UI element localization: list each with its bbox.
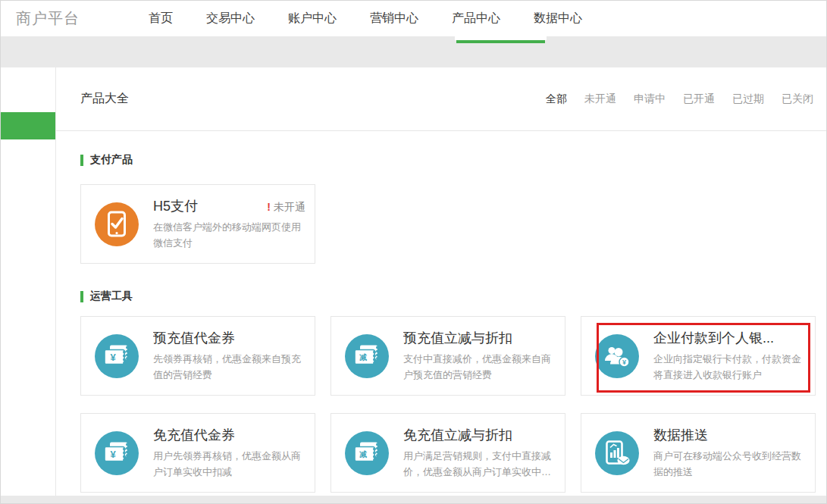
nav-menu: 首页 交易中心 账户中心 营销中心 产品中心 数据中心 xyxy=(132,1,599,36)
product-card-h5-pay[interactable]: H5支付 !未开通 在微信客户端外的移动端网页使用微信支付 xyxy=(80,184,315,264)
status-badge: !未开通 xyxy=(267,201,305,214)
active-tab-underline xyxy=(456,40,545,43)
card-title: 免充值代金券 xyxy=(153,426,305,444)
filter-applying[interactable]: 申请中 xyxy=(634,92,666,106)
h5-pay-icon xyxy=(95,202,139,246)
card-description: 企业向指定银行卡付款，付款资金将直接进入收款银行账户 xyxy=(653,351,806,383)
product-card-free-voucher[interactable]: ¥ 免充值代金券 用户先领券再核销，优惠金额从商户订单实收中扣减 xyxy=(80,413,315,493)
filter-opened[interactable]: 已开通 xyxy=(683,92,715,106)
filter-all[interactable]: 全部 xyxy=(546,92,567,106)
bank-transfer-icon: ¥ xyxy=(595,334,639,378)
svg-text:¥: ¥ xyxy=(110,449,116,460)
card-title: 预充值立减与折扣 xyxy=(403,329,556,347)
filter-not-opened[interactable]: 未开通 xyxy=(584,92,616,106)
sidebar-active-item[interactable] xyxy=(1,112,55,139)
filter-expired[interactable]: 已过期 xyxy=(732,92,764,106)
svg-text:减: 减 xyxy=(359,353,367,362)
nav-item-marketing-center[interactable]: 营销中心 xyxy=(353,1,435,36)
card-title: 数据推送 xyxy=(653,426,806,444)
brand-logo[interactable]: 商户平台 xyxy=(16,1,80,36)
product-card-prepaid-voucher[interactable]: ¥ 预充值代金券 先领券再核销，优惠金额来自预充值的营销经费 xyxy=(80,316,315,396)
voucher-icon: ¥ xyxy=(95,431,139,475)
section-marker xyxy=(80,155,83,166)
product-card-prepaid-discount[interactable]: 减 预充值立减与折扣 支付中直接减价，优惠金额来自商户预充值的营销经费 xyxy=(330,316,565,396)
merchant-platform-page: 商户平台 首页 交易中心 账户中心 营销中心 产品中心 数据中心 产品大全 全部… xyxy=(0,0,827,504)
svg-text:¥: ¥ xyxy=(622,358,626,366)
product-card-free-discount[interactable]: 减 免充值立减与折扣 用户满足营销规则，支付中直接减价，优惠金额从商户订单实收中… xyxy=(330,413,565,493)
svg-text:¥: ¥ xyxy=(110,352,116,363)
data-push-icon xyxy=(595,431,639,475)
section-payment-products: 支付产品 xyxy=(80,153,826,167)
section-operation-tools: 运营工具 xyxy=(80,290,826,303)
discount-voucher-icon: 减 xyxy=(345,431,389,475)
section-title: 支付产品 xyxy=(90,153,133,167)
card-description: 在微信客户端外的移动端网页使用微信支付 xyxy=(153,219,305,251)
section-marker xyxy=(80,291,83,302)
page-header: 产品大全 全部 未开通 申请中 已开通 已过期 已关闭 xyxy=(56,67,826,131)
product-card-enterprise-payment-to-bank-card[interactable]: ¥ 企业付款到个人银... 企业向指定银行卡付款，付款资金将直接进入收款银行账户 xyxy=(581,316,816,396)
card-description: 用户满足营销规则，支付中直接减价，优惠金额从商户订单实收中扣减 xyxy=(403,448,556,480)
voucher-icon: ¥ xyxy=(95,334,139,378)
card-description: 商户可在移动端公众号收到经营数据的推送 xyxy=(653,448,806,480)
status-filters: 全部 未开通 申请中 已开通 已过期 已关闭 xyxy=(546,92,813,106)
top-navigation: 商户平台 首页 交易中心 账户中心 营销中心 产品中心 数据中心 xyxy=(1,1,826,37)
card-title: 免充值立减与折扣 xyxy=(403,426,556,444)
card-description: 先领券再核销，优惠金额来自预充值的营销经费 xyxy=(153,351,305,383)
main-content: 产品大全 全部 未开通 申请中 已开通 已过期 已关闭 支付产品 xyxy=(56,67,826,496)
card-description: 用户先领券再核销，优惠金额从商户订单实收中扣减 xyxy=(153,448,305,480)
card-title: 预充值代金券 xyxy=(153,329,305,347)
product-grid: ¥ 预充值代金券 先领券再核销，优惠金额来自预充值的营销经费 xyxy=(80,316,826,493)
page-title: 产品大全 xyxy=(80,91,129,107)
card-description: 支付中直接减价，优惠金额来自商户预充值的营销经费 xyxy=(403,351,556,383)
sub-header-strip xyxy=(1,37,826,67)
svg-text:减: 减 xyxy=(359,450,367,459)
exclamation-icon: ! xyxy=(267,201,271,213)
card-title: H5支付 xyxy=(153,197,198,215)
left-sidebar xyxy=(1,67,56,496)
section-title: 运营工具 xyxy=(90,290,133,303)
nav-item-trade-center[interactable]: 交易中心 xyxy=(190,1,271,36)
discount-voucher-icon: 减 xyxy=(345,334,389,378)
nav-item-product-center[interactable]: 产品中心 xyxy=(435,1,517,36)
nav-item-account-center[interactable]: 账户中心 xyxy=(271,1,353,36)
status-text: 未开通 xyxy=(274,201,305,213)
card-title: 企业付款到个人银... xyxy=(653,329,806,347)
product-card-data-push[interactable]: 数据推送 商户可在移动端公众号收到经营数据的推送 xyxy=(581,413,816,493)
filter-closed[interactable]: 已关闭 xyxy=(782,92,813,106)
footer-strip xyxy=(1,496,826,503)
nav-item-data-center[interactable]: 数据中心 xyxy=(517,1,599,36)
body: 产品大全 全部 未开通 申请中 已开通 已过期 已关闭 支付产品 xyxy=(1,67,826,496)
nav-item-home[interactable]: 首页 xyxy=(132,1,190,36)
